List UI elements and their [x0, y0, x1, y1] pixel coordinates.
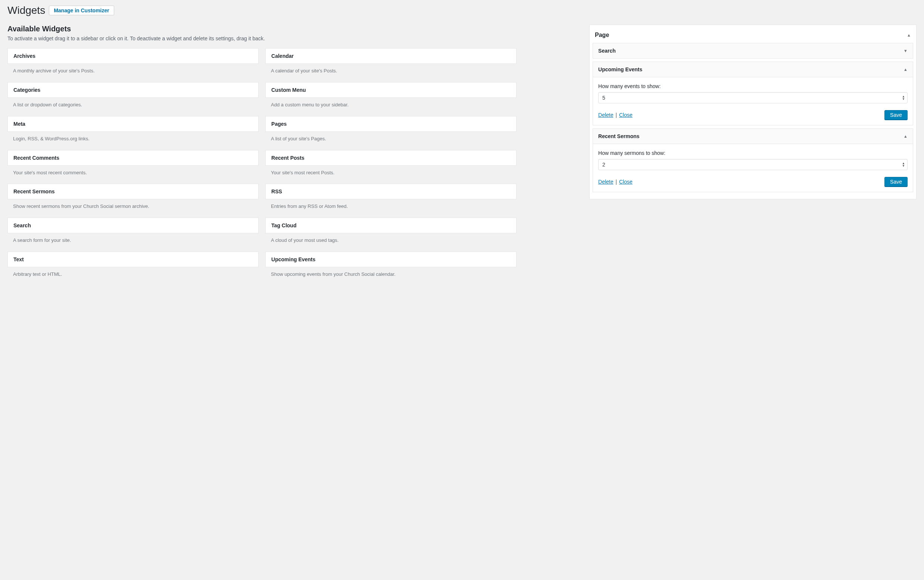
widget-title[interactable]: Text: [7, 252, 259, 267]
widget-custom-menu: Custom Menu Add a custom menu to your si…: [265, 82, 517, 111]
events-count-label: How many events to show:: [598, 83, 908, 89]
widget-calendar: Calendar A calendar of your site's Posts…: [265, 48, 517, 77]
widget-title[interactable]: Tag Cloud: [265, 218, 517, 233]
widget-description: A monthly archive of your site's Posts.: [7, 64, 259, 77]
sidebar-area-title: Page: [595, 32, 609, 38]
manage-in-customizer-button[interactable]: Manage in Customizer: [49, 6, 114, 15]
sermons-count-label: How many sermons to show:: [598, 150, 908, 156]
widget-title[interactable]: Pages: [265, 116, 517, 132]
widget-title[interactable]: Upcoming Events: [265, 252, 517, 267]
widget-text: Text Arbitrary text or HTML.: [7, 252, 259, 280]
sidebar-area-header[interactable]: Page ▲: [590, 29, 916, 43]
sidebar-widget-title: Upcoming Events: [598, 66, 642, 72]
available-widgets-description: To activate a widget drag it to a sideba…: [7, 35, 517, 41]
sidebar-widget-footer: Delete | Close Save: [598, 110, 908, 120]
widget-description: Entries from any RSS or Atom feed.: [265, 199, 517, 213]
select-value: 2: [602, 161, 605, 168]
sidebar-area-panel: Page ▲ Search ▼ Upcoming Events ▲ How ma…: [589, 25, 917, 199]
widget-title[interactable]: Calendar: [265, 48, 517, 64]
widget-description: Show recent sermons from your Church Soc…: [7, 199, 259, 213]
delete-link[interactable]: Delete: [598, 112, 613, 118]
sidebar-widget-title: Recent Sermons: [598, 133, 639, 139]
widget-recent-comments: Recent Comments Your site's most recent …: [7, 150, 259, 179]
widget-archives: Archives A monthly archive of your site'…: [7, 48, 259, 77]
sidebar-widget-body: How many events to show: 5 ▲▼ Delete | C…: [593, 77, 913, 125]
page-title: Widgets: [7, 5, 45, 16]
widget-title[interactable]: Recent Posts: [265, 150, 517, 166]
widget-title[interactable]: Categories: [7, 82, 259, 98]
widget-title[interactable]: Recent Sermons: [7, 184, 259, 199]
widget-title[interactable]: Custom Menu: [265, 82, 517, 98]
widget-categories: Categories A list or dropdown of categor…: [7, 82, 259, 111]
widget-description: Login, RSS, & WordPress.org links.: [7, 132, 259, 145]
save-button[interactable]: Save: [884, 177, 908, 186]
widget-description: A calendar of your site's Posts.: [265, 64, 517, 77]
triangle-up-icon: ▲: [903, 134, 908, 138]
main-layout: Available Widgets To activate a widget d…: [7, 25, 917, 285]
widget-upcoming-events: Upcoming Events Show upcoming events fro…: [265, 252, 517, 280]
widget-description: Show upcoming events from your Church So…: [265, 267, 517, 280]
available-widgets-column: Available Widgets To activate a widget d…: [7, 25, 517, 285]
triangle-up-icon: ▲: [903, 67, 908, 72]
widget-rss: RSS Entries from any RSS or Atom feed.: [265, 184, 517, 213]
sidebar-widget-header[interactable]: Recent Sermons ▲: [593, 129, 913, 144]
sidebar-widget-recent-sermons: Recent Sermons ▲ How many sermons to sho…: [593, 129, 913, 192]
widget-title[interactable]: RSS: [265, 184, 517, 199]
widget-title[interactable]: Meta: [7, 116, 259, 132]
separator: |: [615, 179, 617, 185]
sidebar-area-column: Page ▲ Search ▼ Upcoming Events ▲ How ma…: [589, 25, 917, 199]
widget-tag-cloud: Tag Cloud A cloud of your most used tags…: [265, 218, 517, 246]
widget-description: A list or dropdown of categories.: [7, 98, 259, 111]
widget-description: Your site's most recent comments.: [7, 166, 259, 179]
delete-link[interactable]: Delete: [598, 179, 613, 185]
page-header: Widgets Manage in Customizer: [7, 5, 917, 16]
widget-description: Add a custom menu to your sidebar.: [265, 98, 517, 111]
triangle-down-icon: ▼: [903, 48, 908, 53]
select-value: 5: [602, 95, 605, 101]
triangle-up-icon: ▲: [907, 33, 911, 37]
sidebar-widget-footer: Delete | Close Save: [598, 177, 908, 186]
widget-description: Arbitrary text or HTML.: [7, 267, 259, 280]
sidebar-widget-title: Search: [598, 48, 616, 54]
widget-title[interactable]: Archives: [7, 48, 259, 64]
widget-pages: Pages A list of your site's Pages.: [265, 116, 517, 145]
widget-recent-posts: Recent Posts Your site's most recent Pos…: [265, 150, 517, 179]
widget-recent-sermons: Recent Sermons Show recent sermons from …: [7, 184, 259, 213]
separator: |: [615, 112, 617, 118]
widget-description: A list of your site's Pages.: [265, 132, 517, 145]
sidebar-widget-header[interactable]: Upcoming Events ▲: [593, 62, 913, 77]
save-button[interactable]: Save: [884, 110, 908, 120]
sidebar-widget-search: Search ▼: [593, 43, 913, 59]
widget-action-links: Delete | Close: [598, 112, 632, 118]
available-widgets-title: Available Widgets: [7, 25, 517, 33]
widget-description: A cloud of your most used tags.: [265, 233, 517, 246]
available-widget-grid: Archives A monthly archive of your site'…: [7, 48, 517, 285]
close-link[interactable]: Close: [619, 179, 632, 185]
widget-title[interactable]: Search: [7, 218, 259, 233]
widget-search: Search A search form for your site.: [7, 218, 259, 246]
select-stepper-icon: ▲▼: [902, 162, 905, 167]
widget-action-links: Delete | Close: [598, 179, 632, 185]
widget-meta: Meta Login, RSS, & WordPress.org links.: [7, 116, 259, 145]
events-count-select[interactable]: 5 ▲▼: [598, 92, 908, 104]
sermons-count-select[interactable]: 2 ▲▼: [598, 159, 908, 170]
sidebar-widget-body: How many sermons to show: 2 ▲▼ Delete | …: [593, 144, 913, 192]
widget-title[interactable]: Recent Comments: [7, 150, 259, 166]
sidebar-widget-upcoming-events: Upcoming Events ▲ How many events to sho…: [593, 62, 913, 125]
widget-description: Your site's most recent Posts.: [265, 166, 517, 179]
sidebar-widget-header[interactable]: Search ▼: [593, 43, 913, 58]
widget-description: A search form for your site.: [7, 233, 259, 246]
select-stepper-icon: ▲▼: [902, 96, 905, 101]
close-link[interactable]: Close: [619, 112, 632, 118]
